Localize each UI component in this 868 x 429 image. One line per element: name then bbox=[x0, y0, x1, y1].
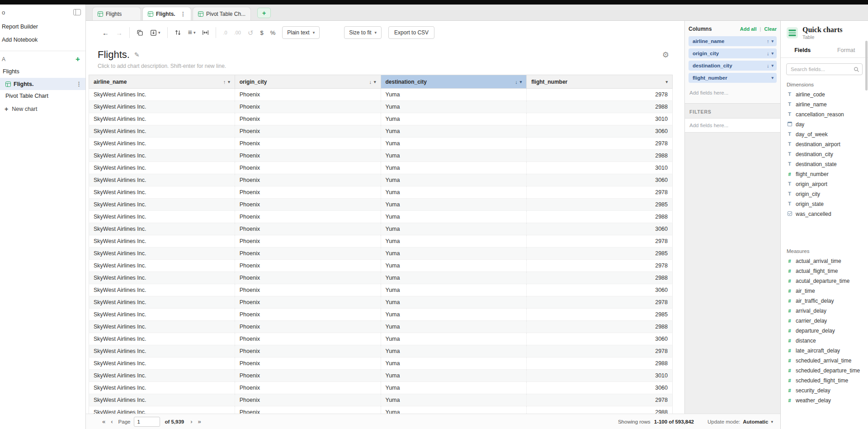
field-item-cancellation_reason[interactable]: Tcancellation_reason bbox=[781, 110, 868, 119]
table-row[interactable]: SkyWest Airlines Inc.PhoenixYuma2978 bbox=[89, 345, 673, 358]
table-cell[interactable]: 2978 bbox=[527, 260, 673, 272]
table-cell[interactable]: Phoenix bbox=[235, 345, 381, 358]
table-cell[interactable]: Phoenix bbox=[235, 248, 381, 260]
search-fields-input[interactable] bbox=[786, 63, 863, 75]
table-cell[interactable]: SkyWest Airlines Inc. bbox=[89, 309, 235, 321]
field-item-scheduled_departure_time[interactable]: #scheduled_departure_time bbox=[781, 366, 868, 376]
field-item-destination_airport[interactable]: Tdestination_airport bbox=[781, 139, 868, 149]
table-cell[interactable]: 2978 bbox=[527, 394, 673, 406]
table-cell[interactable]: 2978 bbox=[527, 138, 673, 150]
column-pill-airline_name[interactable]: airline_name↑▾ bbox=[689, 36, 777, 46]
table-cell[interactable]: 2988 bbox=[527, 358, 673, 370]
percent-format-icon[interactable]: % bbox=[270, 30, 276, 36]
field-item-scheduled_arrival_time[interactable]: #scheduled_arrival_time bbox=[781, 356, 868, 366]
table-cell[interactable]: 2978 bbox=[527, 186, 673, 199]
table-cell[interactable]: SkyWest Airlines Inc. bbox=[89, 113, 235, 125]
table-cell[interactable]: 3010 bbox=[527, 162, 673, 174]
tab-format[interactable]: Format bbox=[825, 43, 868, 57]
add-all-link[interactable]: Add all bbox=[740, 26, 757, 32]
table-cell[interactable]: SkyWest Airlines Inc. bbox=[89, 138, 235, 150]
tab-menu-icon[interactable]: ⋮ bbox=[180, 11, 186, 17]
new-tab-button[interactable]: + bbox=[257, 8, 271, 18]
filters-add-fields-dropzone[interactable]: Add fields here... bbox=[685, 118, 780, 133]
table-cell[interactable]: SkyWest Airlines Inc. bbox=[89, 284, 235, 296]
field-item-distance[interactable]: #distance bbox=[781, 336, 868, 346]
table-cell[interactable]: 2985 bbox=[527, 248, 673, 260]
table-cell[interactable]: Yuma bbox=[381, 101, 527, 113]
table-cell[interactable]: Yuma bbox=[381, 309, 527, 321]
table-cell[interactable]: Phoenix bbox=[235, 406, 381, 414]
table-row[interactable]: SkyWest Airlines Inc.PhoenixYuma2988 bbox=[89, 321, 673, 333]
chevron-down-icon[interactable]: ▾ bbox=[771, 76, 774, 80]
first-page-button[interactable]: « bbox=[102, 418, 105, 425]
tab-flights-chart[interactable]: Flights.⋮ bbox=[142, 7, 191, 20]
table-cell[interactable]: Phoenix bbox=[235, 272, 381, 284]
table-cell[interactable]: Phoenix bbox=[235, 211, 381, 223]
tab-pivot-table-chart[interactable]: Pivot Table Ch... bbox=[193, 7, 251, 20]
columns-add-fields-dropzone[interactable]: Add fields here... bbox=[685, 85, 780, 101]
table-cell[interactable]: Phoenix bbox=[235, 174, 381, 186]
table-cell[interactable]: 2988 bbox=[527, 211, 673, 223]
chevron-down-icon[interactable]: ▾ bbox=[771, 39, 774, 43]
table-cell[interactable]: 2985 bbox=[527, 199, 673, 211]
prev-page-button[interactable]: ‹ bbox=[111, 418, 113, 425]
table-cell[interactable]: Yuma bbox=[381, 138, 527, 150]
table-row[interactable]: SkyWest Airlines Inc.PhoenixYuma2985 bbox=[89, 309, 673, 321]
table-cell[interactable]: 3010 bbox=[527, 113, 673, 125]
chevron-down-icon[interactable]: ▾ bbox=[520, 80, 522, 84]
table-cell[interactable]: Yuma bbox=[381, 235, 527, 248]
field-item-destination_city[interactable]: Tdestination_city bbox=[781, 149, 868, 159]
table-row[interactable]: SkyWest Airlines Inc.PhoenixYuma3060 bbox=[89, 125, 673, 138]
table-cell[interactable]: Phoenix bbox=[235, 394, 381, 406]
table-cell[interactable]: SkyWest Airlines Inc. bbox=[89, 150, 235, 162]
table-cell[interactable]: 2978 bbox=[527, 345, 673, 358]
table-cell[interactable]: Yuma bbox=[381, 174, 527, 186]
field-item-carrier_delay[interactable]: #carrier_delay bbox=[781, 316, 868, 326]
chevron-down-icon[interactable]: ▾ bbox=[665, 80, 668, 84]
table-cell[interactable]: Yuma bbox=[381, 345, 527, 358]
table-cell[interactable]: Yuma bbox=[381, 321, 527, 333]
table-cell[interactable]: Phoenix bbox=[235, 113, 381, 125]
undo-format-icon[interactable]: ↺ bbox=[248, 29, 254, 36]
sidebar-item-flights-chart[interactable]: Flights. ⋮ bbox=[0, 78, 85, 90]
table-row[interactable]: SkyWest Airlines Inc.PhoenixYuma2978 bbox=[89, 89, 673, 101]
table-cell[interactable]: SkyWest Airlines Inc. bbox=[89, 345, 235, 358]
table-cell[interactable]: Phoenix bbox=[235, 321, 381, 333]
table-cell[interactable]: Yuma bbox=[381, 382, 527, 394]
table-cell[interactable]: Phoenix bbox=[235, 370, 381, 382]
table-cell[interactable]: SkyWest Airlines Inc. bbox=[89, 89, 235, 101]
field-item-day[interactable]: day bbox=[781, 119, 868, 129]
table-row[interactable]: SkyWest Airlines Inc.PhoenixYuma2988 bbox=[89, 272, 673, 284]
table-cell[interactable]: SkyWest Airlines Inc. bbox=[89, 248, 235, 260]
table-cell[interactable]: SkyWest Airlines Inc. bbox=[89, 296, 235, 309]
table-row[interactable]: SkyWest Airlines Inc.PhoenixYuma2985 bbox=[89, 199, 673, 211]
new-chart-button[interactable]: + New chart bbox=[0, 102, 85, 115]
table-cell[interactable]: 2988 bbox=[527, 150, 673, 162]
sort-desc-icon[interactable]: ↓ bbox=[369, 79, 372, 85]
sort-asc-icon[interactable]: ↑ bbox=[223, 79, 226, 85]
table-cell[interactable]: Phoenix bbox=[235, 309, 381, 321]
table-cell[interactable]: 3010 bbox=[527, 370, 673, 382]
sort-desc-icon[interactable]: ↓ bbox=[767, 63, 769, 68]
table-cell[interactable]: Phoenix bbox=[235, 296, 381, 309]
column-header-origin_city[interactable]: origin_city↓▾ bbox=[235, 75, 381, 89]
column-pill-origin_city[interactable]: origin_city↓▾ bbox=[689, 48, 777, 58]
table-row[interactable]: SkyWest Airlines Inc.PhoenixYuma3060 bbox=[89, 333, 673, 345]
table-cell[interactable]: Yuma bbox=[381, 150, 527, 162]
table-row[interactable]: SkyWest Airlines Inc.PhoenixYuma2978 bbox=[89, 296, 673, 309]
table-cell[interactable]: Phoenix bbox=[235, 260, 381, 272]
clear-link[interactable]: Clear bbox=[764, 26, 777, 32]
field-item-acutal_departure_time[interactable]: #acutal_departure_time bbox=[781, 276, 868, 286]
item-menu-icon[interactable]: ⋮ bbox=[76, 81, 82, 87]
field-item-late_aircraft_delay[interactable]: #late_aircraft_delay bbox=[781, 346, 868, 356]
column-header-flight_number[interactable]: flight_number▾ bbox=[527, 75, 673, 89]
table-row[interactable]: SkyWest Airlines Inc.PhoenixYuma2988 bbox=[89, 211, 673, 223]
table-cell[interactable]: SkyWest Airlines Inc. bbox=[89, 358, 235, 370]
table-row[interactable]: SkyWest Airlines Inc.PhoenixYuma2978 bbox=[89, 186, 673, 199]
table-cell[interactable]: 2978 bbox=[527, 296, 673, 309]
table-cell[interactable]: Yuma bbox=[381, 162, 527, 174]
table-cell[interactable]: SkyWest Airlines Inc. bbox=[89, 199, 235, 211]
table-cell[interactable]: Phoenix bbox=[235, 162, 381, 174]
table-cell[interactable]: Phoenix bbox=[235, 235, 381, 248]
table-cell[interactable]: SkyWest Airlines Inc. bbox=[89, 186, 235, 199]
